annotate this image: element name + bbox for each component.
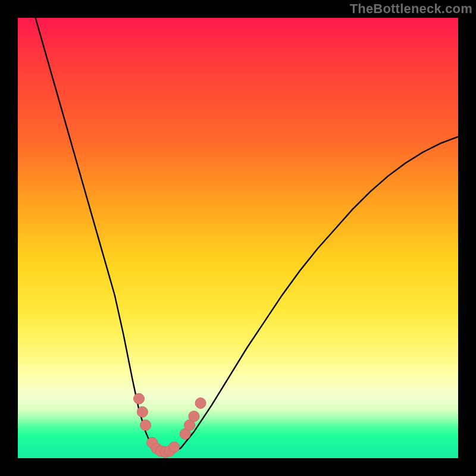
chart-svg (18, 18, 458, 458)
watermark-text: TheBottleneck.com (350, 1, 472, 17)
data-marker (137, 406, 148, 417)
marker-group (134, 393, 206, 458)
chart-frame: TheBottleneck.com (0, 0, 476, 476)
data-marker (134, 393, 145, 404)
bottleneck-curve (36, 18, 458, 453)
data-marker (195, 398, 206, 409)
data-marker (169, 442, 180, 453)
curve-group (36, 18, 458, 453)
data-marker (189, 411, 199, 422)
data-marker (140, 420, 151, 431)
plot-area (18, 18, 458, 458)
